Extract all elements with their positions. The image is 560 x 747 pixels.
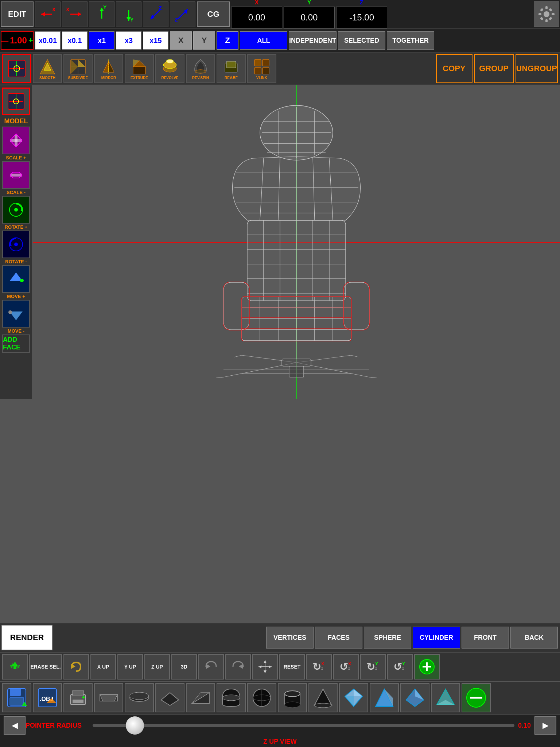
vertices-button[interactable]: VERTICES bbox=[266, 627, 314, 649]
recycle-button[interactable] bbox=[2, 654, 28, 680]
crystal-button[interactable] bbox=[339, 683, 368, 712]
svg-line-81 bbox=[216, 377, 223, 378]
extrude-tool-button[interactable]: EXTRUDE bbox=[125, 54, 154, 83]
reset-button[interactable]: RESET bbox=[279, 654, 305, 680]
mode-independent-button[interactable]: INDEPENDENT bbox=[289, 31, 337, 50]
back-action-button[interactable] bbox=[198, 654, 224, 680]
axis-z-pos-button[interactable]: Z bbox=[170, 1, 195, 27]
front-button[interactable]: FRONT bbox=[462, 627, 509, 649]
mult-3-button[interactable]: x3 bbox=[116, 31, 141, 50]
axis-y-pos-button[interactable]: Y bbox=[116, 1, 141, 27]
disc-button[interactable] bbox=[125, 683, 154, 712]
cone-button[interactable] bbox=[308, 683, 338, 712]
mode-all-button[interactable]: ALL bbox=[240, 31, 287, 50]
revbf-tool-button[interactable]: REV.BF bbox=[217, 54, 246, 83]
render-button[interactable]: RENDER bbox=[1, 625, 52, 650]
svg-text:X: X bbox=[348, 661, 351, 666]
vlink-tool-button[interactable]: VLINK bbox=[247, 54, 276, 83]
group-button[interactable]: GROUP bbox=[474, 54, 514, 83]
forward-action-button[interactable] bbox=[225, 654, 251, 680]
rotate-minus-button[interactable] bbox=[2, 231, 30, 258]
svg-marker-174 bbox=[161, 693, 179, 705]
cg-button[interactable]: CG bbox=[197, 1, 230, 27]
mode-selected-button[interactable]: SELECTED bbox=[338, 31, 385, 50]
main-area: MODEL SCALE + SCALE - bbox=[0, 85, 560, 399]
prism-button[interactable] bbox=[370, 683, 399, 712]
gem-button[interactable] bbox=[400, 683, 429, 712]
rotate-y-ccw-button[interactable]: ↺ Y z bbox=[387, 654, 413, 680]
select-tool-button[interactable] bbox=[2, 54, 31, 83]
remove-button[interactable] bbox=[462, 683, 491, 712]
axis-y-neg-button[interactable]: Y bbox=[89, 1, 114, 27]
copy-button[interactable]: COPY bbox=[436, 54, 472, 83]
add-button[interactable] bbox=[414, 654, 440, 680]
mult-1-button[interactable]: x1 bbox=[89, 31, 114, 50]
revspin-tool-button[interactable]: REV.SPIN bbox=[186, 54, 215, 83]
render-row: RENDER VERTICES FACES SPHERE CYLINDER FR… bbox=[0, 623, 560, 653]
3d-button[interactable]: 3D bbox=[171, 654, 197, 680]
axis-x-button[interactable]: X bbox=[170, 31, 192, 50]
rotate-cw-button[interactable]: ↻ X z bbox=[306, 654, 332, 680]
mirror-tool-button[interactable]: MIRROR bbox=[94, 54, 123, 83]
back-button[interactable]: BACK bbox=[510, 627, 558, 649]
coord-z-input[interactable] bbox=[336, 7, 387, 28]
scale-plus-button[interactable] bbox=[2, 127, 30, 154]
rotate-ccw-button[interactable]: ↺ X z bbox=[333, 654, 359, 680]
add-face-button[interactable]: ADD FACE bbox=[2, 334, 30, 353]
axis-z-neg-button[interactable]: Z bbox=[143, 1, 168, 27]
faces-button[interactable]: FACES bbox=[315, 627, 362, 649]
half-cylinder-button[interactable] bbox=[217, 683, 246, 712]
undo-button[interactable] bbox=[63, 654, 89, 680]
mult-01-button[interactable]: x0.1 bbox=[62, 31, 88, 50]
move-plus-button[interactable] bbox=[2, 265, 30, 293]
sphere-button[interactable]: SPHERE bbox=[364, 627, 411, 649]
erase-sel-button[interactable]: ERASE SEL. bbox=[29, 654, 62, 680]
print-button[interactable] bbox=[63, 683, 93, 712]
ungroup-button[interactable]: UNGROUP bbox=[516, 54, 558, 83]
revolve-tool-button[interactable]: REVOLVE bbox=[155, 54, 184, 83]
axis-z-button[interactable]: Z bbox=[217, 31, 238, 50]
edit-button[interactable]: EDIT bbox=[1, 1, 34, 27]
svg-marker-141 bbox=[264, 670, 267, 673]
y-up-button[interactable]: Y UP bbox=[117, 654, 143, 680]
axis-x-pos-button[interactable]: X bbox=[62, 1, 88, 27]
rotate-plus-button[interactable] bbox=[2, 196, 30, 224]
rotate-y-cw-button[interactable]: ↻ Y z bbox=[360, 654, 386, 680]
cylinder-shape-button[interactable] bbox=[278, 683, 307, 712]
sphere-shape-button[interactable] bbox=[247, 683, 276, 712]
svg-text:z: z bbox=[348, 666, 350, 670]
save-button[interactable] bbox=[2, 683, 31, 712]
move-minus-button[interactable] bbox=[2, 300, 30, 328]
flat-shape1-button[interactable] bbox=[94, 683, 123, 712]
obj-import-button[interactable]: .OBJ bbox=[33, 683, 62, 712]
scale-minus-button[interactable] bbox=[2, 161, 30, 189]
slider-thumb[interactable] bbox=[126, 716, 144, 735]
svg-rect-160 bbox=[10, 689, 21, 696]
move-button[interactable] bbox=[252, 654, 278, 680]
mode-together-button[interactable]: TOGETHER bbox=[387, 31, 434, 50]
svg-text:Y: Y bbox=[375, 661, 378, 666]
prev-button[interactable]: ◀ bbox=[4, 716, 26, 735]
subdivide-tool-button[interactable]: SUBDIVIDE bbox=[63, 54, 93, 83]
coord-x-input[interactable] bbox=[231, 7, 282, 28]
mult-15-button[interactable]: x15 bbox=[143, 31, 168, 50]
radius-slider[interactable] bbox=[93, 724, 514, 727]
model-label: MODEL bbox=[4, 117, 28, 125]
smooth-tool-button[interactable]: SMOOTH bbox=[33, 54, 62, 83]
axis-y-button[interactable]: Y bbox=[193, 31, 215, 50]
viewport[interactable] bbox=[33, 85, 560, 399]
settings-button[interactable] bbox=[534, 1, 559, 27]
axis-x-neg-button[interactable]: X bbox=[35, 1, 61, 27]
flat-plane-button[interactable] bbox=[155, 683, 184, 712]
x-up-button[interactable]: X UP bbox=[90, 654, 116, 680]
model-select-button[interactable] bbox=[2, 88, 30, 115]
cylinder-button[interactable]: CYLINDER bbox=[413, 627, 460, 649]
z-up-button[interactable]: Z UP bbox=[144, 654, 170, 680]
svg-point-73 bbox=[20, 279, 24, 282]
next-button[interactable]: ▶ bbox=[534, 716, 556, 735]
pyramid-button[interactable] bbox=[431, 683, 460, 712]
wedge-button[interactable] bbox=[186, 683, 215, 712]
scale-value-display: — 1.00 + bbox=[1, 31, 34, 50]
coord-y-input[interactable] bbox=[284, 7, 335, 28]
mult-001-button[interactable]: x0.01 bbox=[35, 31, 61, 50]
